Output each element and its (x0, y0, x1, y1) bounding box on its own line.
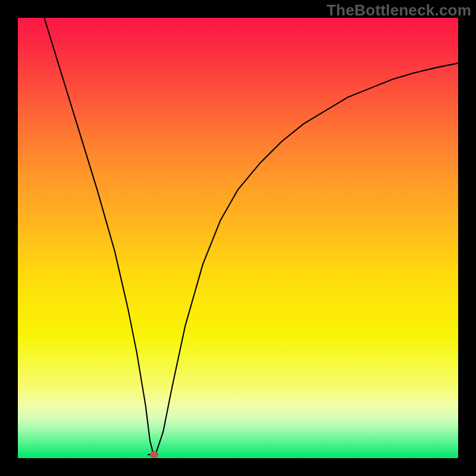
bottleneck-curve (44, 18, 458, 458)
chart-frame: TheBottleneck.com (0, 0, 476, 476)
plot-svg (18, 18, 458, 458)
watermark-text: TheBottleneck.com (327, 1, 471, 20)
optimal-point-marker (150, 451, 158, 458)
plot-area (18, 18, 458, 458)
